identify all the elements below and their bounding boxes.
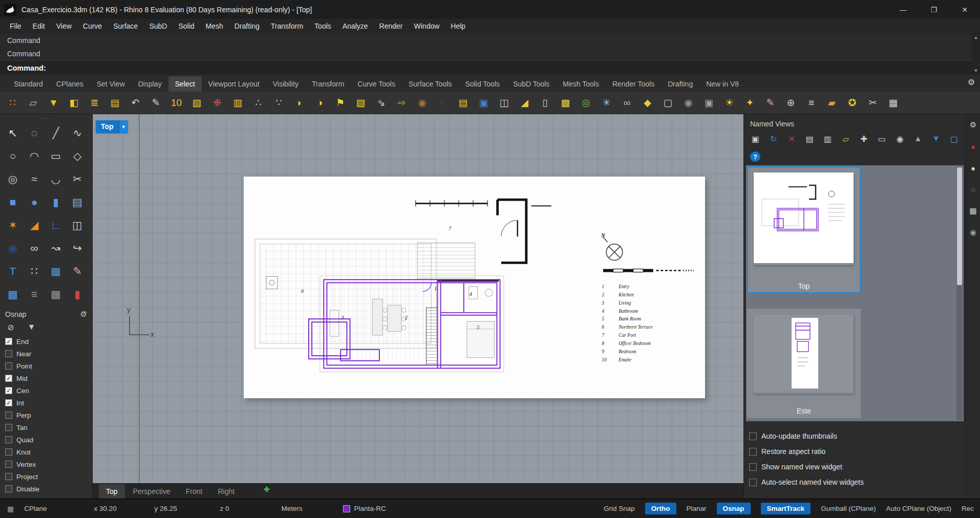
toolbar-icon[interactable]: ∴	[250, 94, 267, 111]
toolbar-icon[interactable]: ⇘	[373, 94, 390, 111]
palette-icon[interactable]: ∟	[46, 215, 66, 235]
menu-item[interactable]: Transform	[265, 19, 309, 34]
units-selector[interactable]: Meters	[282, 505, 343, 512]
toolbar-icon[interactable]: ⚑	[332, 94, 349, 111]
osnap-checkbox-item[interactable]: Project	[0, 470, 92, 483]
menu-item[interactable]: Tools	[309, 19, 337, 34]
checkbox-icon[interactable]	[5, 350, 12, 357]
checkbox-icon[interactable]	[5, 338, 12, 345]
osnap-checkbox-item[interactable]: Quad	[0, 434, 92, 446]
statusbar-toggle[interactable]: Gumball (CPlane)	[821, 505, 876, 512]
menu-item[interactable]: SubD	[143, 19, 173, 34]
osnap-checkbox-item[interactable]: Int	[0, 397, 92, 409]
toolbar-icon[interactable]: ●	[434, 94, 451, 111]
strip-icon[interactable]: ◉	[968, 227, 979, 238]
menu-item[interactable]: Render	[374, 19, 409, 34]
toolbar-icon[interactable]: ◑	[311, 94, 328, 111]
checkbox-icon[interactable]	[5, 362, 12, 370]
statusbar-toggle[interactable]: SmartTrack	[761, 503, 811, 514]
palette-icon[interactable]: ∞	[25, 239, 44, 258]
ribbon-tab[interactable]: Visibility	[266, 76, 305, 92]
toolbar-icon[interactable]: ❉	[209, 94, 226, 111]
toolbar-icon[interactable]: ▯	[537, 94, 553, 111]
osnap-filter-icon[interactable]: ⊘	[7, 322, 14, 332]
checkbox-icon[interactable]	[749, 433, 757, 440]
toolbar-icon[interactable]: ▩	[557, 94, 574, 111]
menu-item[interactable]: Drafting	[229, 19, 265, 34]
ribbon-tab[interactable]: Display	[132, 76, 168, 92]
osnap-expand-chevron[interactable]: »	[83, 308, 87, 316]
named-views-tool-icon[interactable]: ▢	[948, 132, 961, 145]
named-views-tool-icon[interactable]: ▣	[749, 132, 762, 145]
palette-icon[interactable]: ▩	[3, 285, 23, 304]
palette-icon[interactable]: ■	[3, 192, 23, 212]
ribbon-tab[interactable]: Curve Tools	[351, 76, 402, 92]
checkbox-icon[interactable]	[5, 461, 12, 468]
named-views-tool-icon[interactable]: ▤	[803, 132, 816, 145]
palette-drag-handle[interactable]: ····	[0, 114, 92, 121]
toolbar-icon[interactable]: ≣	[86, 94, 103, 111]
palette-icon[interactable]: ✶	[3, 215, 23, 235]
scroll-down-icon[interactable]: ▼	[974, 68, 978, 73]
ribbon-tab[interactable]: Render Tools	[606, 76, 661, 92]
strip-icon[interactable]: ●	[968, 141, 979, 152]
named-views-tool-icon[interactable]: ▼	[930, 132, 943, 145]
osnap-checkbox-item[interactable]: Near	[0, 348, 92, 360]
palette-icon[interactable]: ▦	[46, 285, 66, 304]
palette-icon[interactable]: ✂	[68, 169, 87, 189]
menu-item[interactable]: Help	[445, 19, 471, 34]
toolbar-icon[interactable]: ✦	[741, 94, 758, 111]
statusbar-toggle[interactable]: Grid Snap	[604, 505, 635, 512]
ribbon-tab[interactable]: Solid Tools	[459, 76, 506, 92]
menu-item[interactable]: Curve	[77, 19, 108, 34]
osnap-checkbox-item[interactable]: Knot	[0, 446, 92, 458]
menu-item[interactable]: Edit	[27, 19, 51, 34]
toolbar-icon[interactable]: ◧	[66, 94, 82, 111]
palette-icon[interactable]: ○	[3, 146, 23, 166]
strip-icon[interactable]: ▦	[968, 205, 979, 217]
toolbar-icon[interactable]: ✪	[844, 94, 861, 111]
checkbox-icon[interactable]	[749, 448, 757, 456]
checkbox-icon[interactable]	[749, 463, 757, 471]
statusbar-toggle[interactable]: Osnap	[717, 503, 751, 514]
named-views-option-checkbox[interactable]: Auto-update thumbnails	[749, 428, 966, 444]
toolbar-icon[interactable]: ▣	[700, 94, 717, 111]
checkbox-icon[interactable]	[5, 412, 12, 419]
toolbar-icon[interactable]: ◢	[516, 94, 533, 111]
checkbox-icon[interactable]	[5, 399, 12, 406]
named-views-tool-icon[interactable]: ▥	[821, 132, 834, 145]
menu-item[interactable]: Window	[409, 19, 445, 34]
named-views-tool-icon[interactable]: ▭	[876, 132, 888, 145]
osnap-checkbox-item[interactable]: Cen	[0, 384, 92, 397]
named-views-tool-icon[interactable]: ▱	[839, 132, 852, 145]
ribbon-tab[interactable]: Set View	[90, 76, 132, 92]
ribbon-tab[interactable]: Viewport Layout	[202, 76, 266, 92]
toolbar-icon[interactable]: ◉	[680, 94, 697, 111]
palette-icon[interactable]: ≈	[25, 169, 44, 189]
toolbar-icon[interactable]: ✳	[598, 94, 615, 111]
statusbar-toggle[interactable]: Rec	[962, 505, 974, 512]
toolbar-icon[interactable]: ▦	[885, 94, 902, 111]
palette-icon[interactable]: ◡	[46, 169, 66, 189]
palette-icon[interactable]: ●	[25, 192, 44, 212]
toolbar-icon[interactable]: ▣	[475, 94, 492, 111]
checkbox-icon[interactable]	[5, 448, 12, 456]
palette-icon[interactable]: ◎	[3, 169, 23, 189]
toolbar-icon[interactable]: ◆	[639, 94, 656, 111]
ribbon-tab[interactable]: Select	[168, 76, 202, 92]
ribbon-tab[interactable]: Mesh Tools	[556, 76, 606, 92]
checkbox-icon[interactable]	[5, 485, 12, 492]
close-button[interactable]: ✕	[949, 0, 980, 19]
statusbar-toggle[interactable]: Planar	[687, 505, 707, 512]
menu-item[interactable]: Analyze	[337, 19, 374, 34]
named-views-option-checkbox[interactable]: Auto-select named view widgets	[749, 474, 966, 490]
osnap-checkbox-item[interactable]: Perp	[0, 409, 92, 421]
palette-icon[interactable]: ╱	[46, 123, 66, 143]
viewport-canvas[interactable]: Top ▼	[93, 114, 743, 483]
viewport-tab[interactable]: Perspective	[126, 484, 178, 499]
help-icon[interactable]: ?	[750, 152, 760, 162]
checkbox-icon[interactable]	[5, 375, 12, 382]
toolbar-icon[interactable]: ▨	[352, 94, 369, 111]
viewport-dropdown-icon[interactable]: ▼	[119, 120, 128, 133]
minimize-button[interactable]: —	[888, 0, 919, 19]
